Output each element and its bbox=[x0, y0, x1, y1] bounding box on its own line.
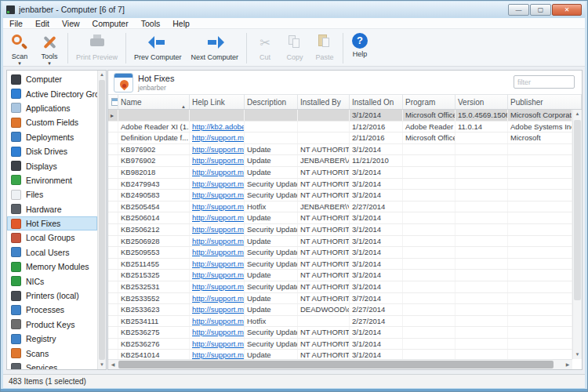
help-link[interactable]: http://support.microso bbox=[190, 179, 245, 190]
scroll-right-icon[interactable]: ▶ bbox=[563, 360, 572, 369]
table-row[interactable]: KB982018http://support.microsoUpdateNT A… bbox=[108, 167, 572, 179]
chevron-down-icon[interactable]: ▾ bbox=[18, 61, 21, 66]
scroll-up-icon[interactable]: ▲ bbox=[573, 110, 582, 118]
help-link[interactable]: http://support.microso bbox=[190, 247, 245, 258]
scrollbar-thumb[interactable] bbox=[118, 361, 554, 368]
menu-tools[interactable]: Tools bbox=[135, 18, 167, 29]
scrollbar-thumb[interactable] bbox=[99, 80, 105, 360]
column-header-help-link[interactable]: Help Link bbox=[190, 95, 245, 109]
table-row[interactable]: KB2509553http://support.microsoSecurity … bbox=[108, 247, 572, 259]
help-link[interactable]: http://support.microso bbox=[190, 327, 245, 338]
sidebar-item-memory-modules[interactable]: Memory Modules bbox=[7, 260, 97, 274]
scrollbar-thumb[interactable] bbox=[574, 120, 581, 300]
sidebar-item-hardware[interactable]: Hardware bbox=[7, 202, 97, 216]
horizontal-scrollbar[interactable]: ◀ ▶ bbox=[108, 359, 572, 369]
table-row[interactable]: KB2536276http://support.microsoSecurity … bbox=[108, 339, 572, 350]
tools-button[interactable]: Tools▾ bbox=[34, 31, 64, 66]
table-row[interactable]: KB2533623http://support.microsoUpdateDEA… bbox=[108, 304, 572, 316]
help-link[interactable]: http://support.microso bbox=[190, 224, 245, 235]
table-row[interactable]: Adobe Reader XI (1...http://kb2.adobe.co… bbox=[108, 122, 572, 133]
help-link[interactable]: http://support.microso bbox=[190, 339, 245, 350]
help-link[interactable]: http://support.microso bbox=[190, 155, 245, 166]
scroll-down-icon[interactable]: ▼ bbox=[98, 361, 106, 369]
next-computer-button[interactable]: Next Computer bbox=[187, 31, 244, 66]
maximize-button[interactable]: ▢ bbox=[530, 4, 551, 16]
help-link[interactable]: http://support.microso bbox=[190, 132, 245, 143]
scroll-up-icon[interactable]: ▲ bbox=[98, 71, 106, 79]
help-button[interactable]: ?Help bbox=[347, 31, 373, 66]
sidebar-scrollbar[interactable]: ▲ ▼ bbox=[97, 71, 106, 369]
sidebar-item-hot-fixes[interactable]: Hot Fixes bbox=[7, 216, 97, 230]
sidebar-item-computer[interactable]: Computer bbox=[7, 72, 97, 86]
menu-help[interactable]: Help bbox=[166, 18, 196, 29]
menu-file[interactable]: File bbox=[3, 18, 29, 29]
help-link[interactable]: http://kb2.adobe.com/ bbox=[190, 122, 245, 132]
table-row[interactable]: KB2505454http://support.microsoHotfixJEN… bbox=[108, 201, 572, 213]
sidebar-item-nics[interactable]: NICs bbox=[7, 274, 97, 288]
help-link[interactable]: http://support.microso bbox=[190, 270, 245, 281]
sidebar-item-applications[interactable]: Applications bbox=[7, 101, 97, 115]
column-header-publisher[interactable]: Publisher bbox=[508, 95, 582, 109]
sidebar-item-printers-local[interactable]: Printers (local) bbox=[7, 289, 97, 303]
scroll-down-icon[interactable]: ▼ bbox=[573, 350, 582, 359]
table-row[interactable]: KB2479943http://support.microsoSecurity … bbox=[108, 179, 572, 191]
sidebar-item-local-groups[interactable]: Local Groups bbox=[7, 230, 97, 245]
table-row[interactable]: KB2541014http://support.microsoUpdateNT … bbox=[108, 350, 572, 359]
filter-input[interactable] bbox=[514, 75, 575, 89]
sidebar-item-product-keys[interactable]: Product Keys bbox=[7, 318, 97, 332]
vertical-scrollbar[interactable]: ▲ ▼ bbox=[572, 110, 582, 359]
help-link[interactable]: http://support.microso bbox=[190, 144, 245, 155]
table-row[interactable]: KB2506212http://support.microsoSecurity … bbox=[108, 224, 572, 236]
sidebar-item-displays[interactable]: Displays bbox=[7, 158, 97, 172]
scan-button[interactable]: Scan▾ bbox=[5, 31, 34, 66]
table-row[interactable]: KB2536275http://support.microsoSecurity … bbox=[108, 327, 572, 339]
table-row[interactable]: KB2534111http://support.microsoHotfix2/2… bbox=[108, 316, 572, 328]
table-row[interactable]: KB976902http://support.microsoUpdateJENB… bbox=[108, 155, 572, 167]
help-link[interactable]: http://support.microso bbox=[190, 201, 245, 212]
sidebar-item-disk-drives[interactable]: Disk Drives bbox=[7, 144, 97, 158]
prev-computer-button[interactable]: Prev Computer bbox=[129, 31, 187, 66]
close-button[interactable]: ✕ bbox=[552, 4, 582, 16]
help-link[interactable]: http://support.microso bbox=[190, 316, 245, 327]
help-link[interactable]: http://support.microso bbox=[190, 190, 245, 201]
chevron-down-icon[interactable]: ▾ bbox=[48, 61, 51, 66]
column-header-description[interactable]: Description bbox=[245, 95, 298, 109]
table-row[interactable]: KB2533552http://support.microsoUpdateNT … bbox=[108, 293, 572, 305]
sidebar-item-environment[interactable]: Environment bbox=[7, 173, 97, 187]
column-header-version[interactable]: Version bbox=[456, 95, 508, 109]
column-header-name[interactable]: Name▲ bbox=[118, 95, 190, 109]
sidebar-item-processes[interactable]: Processes bbox=[7, 303, 97, 317]
column-header-installed-on[interactable]: Installed On bbox=[350, 95, 403, 109]
table-row[interactable]: KB2490583http://support.microsoSecurity … bbox=[108, 190, 572, 201]
sidebar-item-files[interactable]: Files bbox=[7, 187, 97, 201]
help-link[interactable]: http://support.microso bbox=[190, 167, 245, 178]
help-link[interactable]: http://support.microso bbox=[190, 293, 245, 304]
table-row[interactable]: KB2506928http://support.microsoUpdateNT … bbox=[108, 236, 572, 248]
scroll-left-icon[interactable]: ◀ bbox=[108, 360, 118, 369]
help-link[interactable]: http://support.microso bbox=[190, 236, 245, 247]
table-corner-cell[interactable] bbox=[108, 95, 118, 109]
sidebar-item-local-users[interactable]: Local Users bbox=[7, 245, 97, 260]
table-row[interactable]: KB2506014http://support.microsoUpdateNT … bbox=[108, 212, 572, 224]
menu-view[interactable]: View bbox=[56, 18, 86, 29]
sidebar-item-registry[interactable]: Registry bbox=[7, 332, 97, 346]
menu-computer[interactable]: Computer bbox=[86, 18, 135, 29]
table-row[interactable]: KB2511455http://support.microsoSecurity … bbox=[108, 259, 572, 270]
help-link[interactable]: http://support.microso bbox=[190, 304, 245, 315]
table-row[interactable]: KB2532531http://support.microsoSecurity … bbox=[108, 281, 572, 293]
help-link[interactable]: http://support.microso bbox=[190, 212, 245, 223]
sidebar-item-scans[interactable]: Scans bbox=[7, 346, 97, 360]
minimize-button[interactable]: — bbox=[508, 4, 529, 16]
column-header-installed-by[interactable]: Installed By bbox=[298, 95, 350, 109]
menu-edit[interactable]: Edit bbox=[29, 18, 56, 29]
table-row[interactable]: Definition Update f...http://support.mic… bbox=[108, 132, 572, 144]
table-row[interactable]: KB976902http://support.microsoUpdateNT A… bbox=[108, 144, 572, 156]
table-row[interactable]: KB2515325http://support.microsoUpdateNT … bbox=[108, 270, 572, 281]
help-link[interactable]: http://support.microso bbox=[190, 281, 245, 292]
sidebar-item-deployments[interactable]: Deployments bbox=[7, 130, 97, 144]
table-row[interactable]: ▸3/1/2014Microsoft Office Pr...15.0.4569… bbox=[108, 110, 572, 122]
help-link[interactable]: http://support.microso bbox=[190, 259, 245, 270]
sidebar-item-active-directory-groups[interactable]: Active Directory Groups bbox=[7, 86, 97, 100]
sidebar-item-services[interactable]: Services bbox=[7, 361, 97, 369]
sidebar-item-custom-fields[interactable]: Custom Fields bbox=[7, 115, 97, 129]
